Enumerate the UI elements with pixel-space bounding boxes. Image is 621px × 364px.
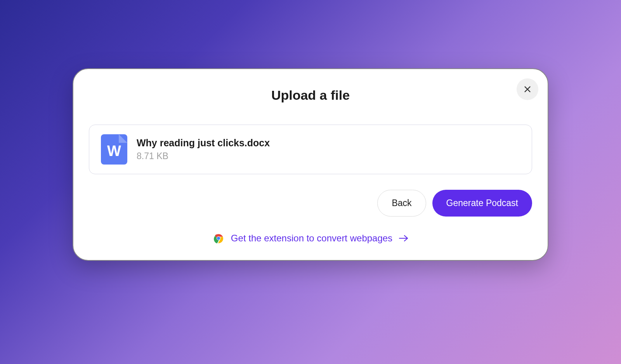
close-icon (523, 85, 532, 94)
get-extension-link[interactable]: Get the extension to convert webpages (89, 232, 532, 244)
button-row: Back Generate Podcast (89, 190, 532, 217)
close-button[interactable] (517, 78, 538, 100)
file-name: Why reading just clicks.docx (137, 137, 270, 149)
uploaded-file-card[interactable]: W Why reading just clicks.docx 8.71 KB (89, 125, 532, 174)
file-info: Why reading just clicks.docx 8.71 KB (137, 137, 270, 161)
back-button[interactable]: Back (377, 190, 426, 217)
modal-title: Upload a file (89, 88, 532, 103)
svg-point-4 (217, 237, 220, 240)
chrome-icon (212, 232, 225, 244)
generate-podcast-button[interactable]: Generate Podcast (432, 190, 532, 217)
file-size: 8.71 KB (137, 151, 270, 161)
upload-file-modal: Upload a file W Why reading just clicks.… (73, 68, 548, 261)
word-doc-icon: W (101, 134, 127, 165)
extension-link-text: Get the extension to convert webpages (231, 233, 392, 244)
file-icon-letter: W (107, 143, 121, 159)
arrow-right-icon (399, 235, 409, 242)
